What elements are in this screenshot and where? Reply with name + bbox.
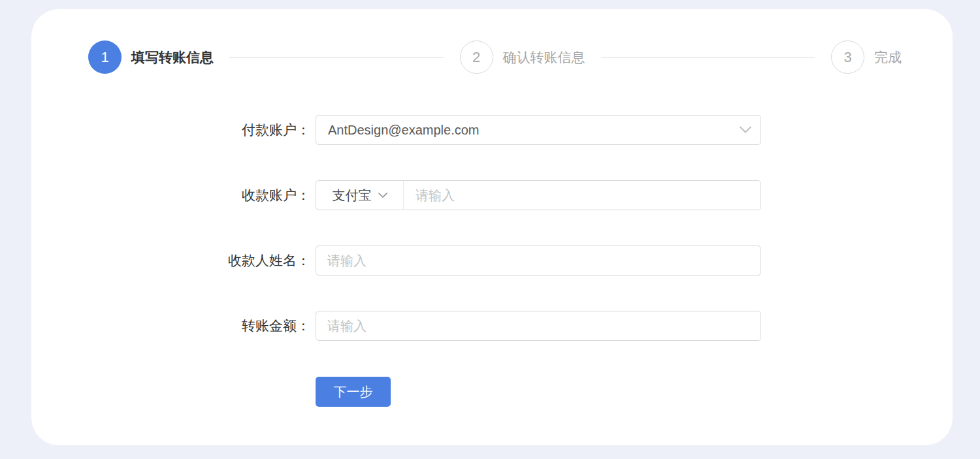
- next-step-button[interactable]: 下一步: [316, 377, 391, 407]
- step-2-circle: 2: [460, 40, 493, 74]
- form-row-receiving-account: 收款账户： 支付宝: [31, 180, 953, 210]
- steps-bar: 1 填写转账信息 2 确认转账信息 3 完成: [88, 40, 902, 74]
- payment-account-value: AntDesign@example.com: [328, 123, 480, 138]
- step-confirm-transfer-info: 2 确认转账信息: [460, 40, 585, 74]
- step-1-circle: 1: [88, 40, 122, 74]
- payment-account-label: 付款账户：: [31, 121, 316, 139]
- receiving-account-label: 收款账户：: [31, 186, 316, 204]
- form-row-transfer-amount: 转账金额：: [31, 311, 953, 341]
- payee-name-input[interactable]: [316, 245, 761, 276]
- payment-account-select[interactable]: AntDesign@example.com: [316, 115, 761, 145]
- transfer-amount-input[interactable]: [316, 311, 761, 341]
- step-2-title: 确认转账信息: [503, 48, 585, 67]
- step-connector: [229, 57, 444, 58]
- transfer-form: 付款账户： AntDesign@example.com 收款账户： 支付宝: [31, 115, 953, 407]
- step-3-title: 完成: [874, 48, 902, 67]
- transfer-amount-label: 转账金额：: [31, 317, 316, 335]
- form-row-payee-name: 收款人姓名：: [31, 245, 953, 276]
- receiving-account-group: 支付宝: [316, 180, 761, 210]
- step-done: 3 完成: [831, 40, 902, 74]
- payee-name-label: 收款人姓名：: [31, 251, 316, 270]
- form-row-payment-account: 付款账户： AntDesign@example.com: [31, 115, 953, 145]
- receiving-account-input[interactable]: [404, 181, 760, 210]
- receiving-account-type-select[interactable]: 支付宝: [316, 181, 404, 210]
- step-fill-transfer-info: 1 填写转账信息: [88, 40, 214, 74]
- receiving-account-type-value: 支付宝: [333, 187, 372, 204]
- transfer-form-card: 1 填写转账信息 2 确认转账信息 3 完成 付款账户： AntDesign@e…: [31, 9, 953, 445]
- step-connector: [601, 57, 816, 58]
- step-3-circle: 3: [831, 40, 864, 74]
- step-1-title: 填写转账信息: [131, 48, 214, 67]
- chevron-down-icon: [740, 127, 751, 134]
- chevron-down-icon: [378, 193, 387, 198]
